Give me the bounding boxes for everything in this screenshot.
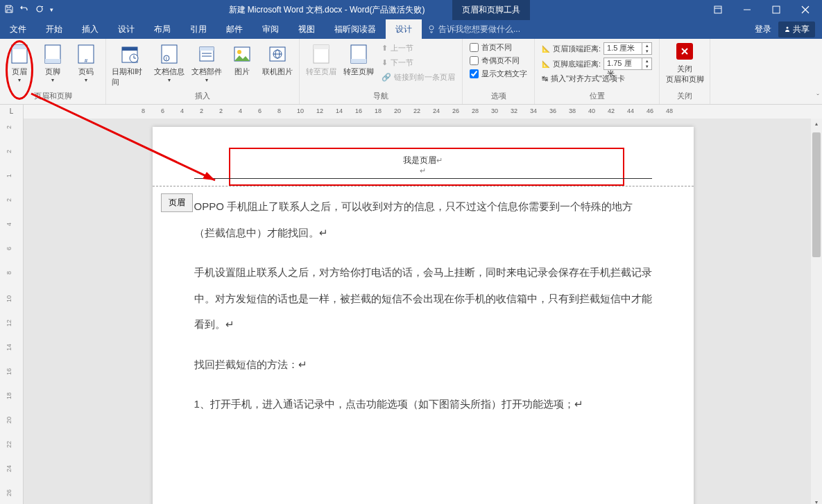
chevron-down-icon: ▾ bbox=[51, 77, 54, 83]
group-label-nav: 导航 bbox=[304, 89, 458, 104]
svg-rect-33 bbox=[314, 45, 329, 49]
tab-home[interactable]: 开始 bbox=[36, 19, 72, 39]
tab-layout[interactable]: 布局 bbox=[144, 19, 180, 39]
horizontal-ruler[interactable]: 8642246810121416182022242628303234363840… bbox=[24, 105, 822, 119]
goto-footer-button[interactable]: 转至页脚 bbox=[341, 42, 376, 78]
login-link[interactable]: 登录 bbox=[755, 24, 771, 35]
goto-header-button: 转至页眉 bbox=[304, 42, 339, 78]
scroll-down-icon[interactable]: ▾ bbox=[811, 497, 822, 504]
page: 我是页眉↵ ↵ 页眉 OPPO 手机阻止了联系人之后，可以收到对方的信息，只不过… bbox=[153, 127, 694, 504]
ribbon-display-icon[interactable] bbox=[704, 0, 732, 19]
tab-hf-design[interactable]: 设计 bbox=[386, 19, 422, 39]
vertical-ruler[interactable]: 2212468101214161820222426 bbox=[0, 119, 24, 504]
chevron-down-icon: ▾ bbox=[168, 77, 171, 83]
group-label-position: 位置 bbox=[539, 89, 655, 104]
svg-rect-11 bbox=[45, 59, 60, 63]
collapse-ribbon-icon[interactable]: ˇ bbox=[816, 93, 819, 101]
tab-review[interactable]: 审阅 bbox=[252, 19, 289, 39]
maximize-button[interactable] bbox=[762, 0, 790, 19]
qat-more-icon[interactable]: ▾ bbox=[50, 6, 53, 13]
save-icon[interactable] bbox=[4, 4, 14, 16]
svg-rect-19 bbox=[162, 45, 177, 63]
tell-me-search[interactable]: 告诉我您想要做什么... bbox=[422, 19, 748, 39]
group-label-header-footer: 页眉和页脚 bbox=[4, 89, 101, 104]
page-number-button[interactable]: # 页码 ▾ bbox=[71, 42, 101, 85]
window-title: 新建 Microsoft Word 文档.docx - Word(产品激活失败) bbox=[229, 4, 425, 16]
prev-section-button: ⬆上一节 bbox=[379, 42, 458, 55]
header-text[interactable]: 我是页眉↵ bbox=[194, 155, 652, 166]
scroll-thumb[interactable] bbox=[812, 132, 821, 257]
group-label-close: 关闭 bbox=[664, 89, 705, 104]
ruler-corner[interactable]: L bbox=[0, 105, 24, 119]
svg-rect-9 bbox=[12, 45, 27, 49]
close-header-footer-button[interactable]: 关闭 页眉和页脚 bbox=[664, 42, 705, 86]
diff-first-checkbox[interactable]: 首页不同 bbox=[467, 42, 530, 53]
document-body[interactable]: OPPO 手机阻止了联系人之后，可以收到对方的信息，只不过这个信息你需要到一个特… bbox=[153, 186, 694, 424]
tab-mailings[interactable]: 邮件 bbox=[216, 19, 252, 39]
minimize-button[interactable] bbox=[733, 0, 761, 19]
close-button[interactable] bbox=[791, 0, 819, 19]
tab-file[interactable]: 文件 bbox=[0, 19, 36, 39]
svg-rect-23 bbox=[200, 47, 214, 51]
tab-insert[interactable]: 插入 bbox=[72, 19, 108, 39]
svg-point-0 bbox=[37, 6, 42, 12]
context-tab: 页眉和页脚工具 bbox=[452, 0, 530, 20]
doc-parts-button[interactable]: 文档部件 ▾ bbox=[189, 42, 224, 85]
diff-odd-even-checkbox[interactable]: 奇偶页不同 bbox=[467, 55, 530, 67]
next-section-button: ⬇下一节 bbox=[379, 56, 458, 69]
header-button[interactable]: 页眉 ▾ bbox=[4, 42, 35, 85]
redo-icon[interactable] bbox=[35, 4, 44, 16]
svg-text:#: # bbox=[85, 58, 88, 64]
svg-rect-15 bbox=[122, 47, 137, 51]
chevron-down-icon: ▾ bbox=[85, 77, 87, 83]
online-picture-button[interactable]: 联机图片 bbox=[260, 42, 295, 78]
chevron-down-icon: ▾ bbox=[205, 77, 208, 83]
svg-rect-4 bbox=[773, 6, 780, 13]
chevron-down-icon: ▾ bbox=[18, 77, 21, 83]
link-prev-button: 🔗链接到前一条页眉 bbox=[379, 71, 458, 84]
tab-design[interactable]: 设计 bbox=[108, 19, 144, 39]
undo-icon[interactable] bbox=[19, 4, 29, 16]
group-label-options: 选项 bbox=[467, 89, 530, 104]
svg-point-27 bbox=[237, 50, 241, 54]
svg-rect-35 bbox=[351, 59, 366, 63]
vertical-scrollbar[interactable]: ▴ ▾ bbox=[811, 119, 822, 504]
scroll-up-icon[interactable]: ▴ bbox=[811, 119, 822, 130]
header-top-distance[interactable]: 📐 页眉顶端距离: 1.5 厘米▴▾ bbox=[539, 42, 655, 55]
datetime-button[interactable]: 日期和时间 bbox=[110, 42, 149, 89]
footer-button[interactable]: 页脚 ▾ bbox=[37, 42, 68, 85]
document-area[interactable]: 我是页眉↵ ↵ 页眉 OPPO 手机阻止了联系人之后，可以收到对方的信息，只不过… bbox=[24, 119, 822, 504]
svg-text:i: i bbox=[166, 55, 167, 62]
share-button[interactable]: 共享 bbox=[778, 21, 815, 37]
doc-info-button[interactable]: i 文档信息 ▾ bbox=[152, 42, 187, 85]
tab-foxit[interactable]: 福昕阅读器 bbox=[325, 19, 386, 39]
footer-bottom-distance[interactable]: 📐 页脚底端距离: 1.75 厘米▴▾ bbox=[539, 57, 655, 71]
group-label-insert: 插入 bbox=[110, 89, 295, 104]
header-tag: 页眉 bbox=[161, 193, 193, 212]
insert-align-tab-button[interactable]: ↹插入"对齐方式"选项卡 bbox=[539, 72, 655, 85]
picture-button[interactable]: 图片 bbox=[227, 42, 257, 78]
tab-view[interactable]: 视图 bbox=[289, 19, 325, 39]
svg-rect-1 bbox=[714, 6, 721, 13]
svg-point-7 bbox=[787, 27, 789, 29]
show-doc-text-checkbox[interactable]: 显示文档文字 bbox=[467, 68, 530, 80]
tab-references[interactable]: 引用 bbox=[180, 19, 216, 39]
